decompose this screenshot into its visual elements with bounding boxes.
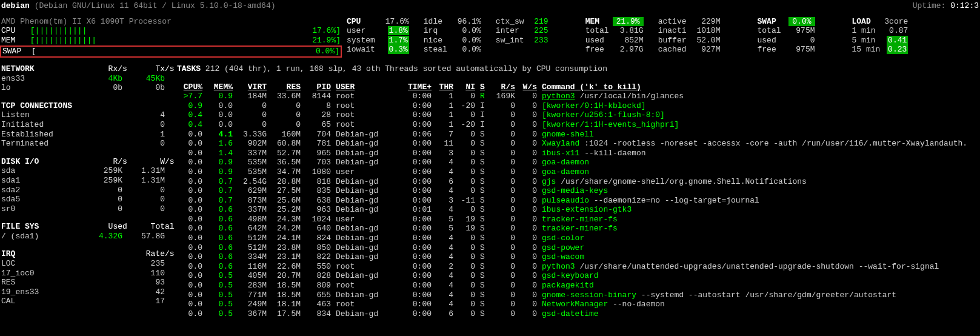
list-item: sda1259K1.31M: [1, 176, 177, 186]
column-header[interactable]: TIME+: [402, 82, 436, 92]
stat-row: nice0.0%: [424, 36, 485, 45]
column-header[interactable]: THR: [436, 82, 458, 92]
stat-row: total975M: [757, 26, 818, 36]
stat-row: free975M: [757, 45, 818, 55]
column-header[interactable]: S: [480, 82, 492, 92]
table-row[interactable]: 0.00.5283M18.5M809root0:0040S00packageki…: [177, 281, 972, 291]
uptime-label: Uptime:: [913, 1, 946, 10]
tasks-header: TASKS TASKS 212 (404 thr), 1 run, 168 sl…: [177, 64, 972, 74]
list-item: Listen4: [1, 110, 177, 120]
network-tx-header: Tx/s: [132, 64, 175, 74]
list-item: Established1: [1, 130, 177, 139]
stat-row: 1 min0.87: [852, 26, 912, 36]
list-item: 17_ioc0110: [1, 269, 177, 278]
stat-row: user1.8%: [347, 26, 413, 36]
stat-row: used852M: [585, 36, 647, 45]
table-row[interactable]: 0.00.5249M18.1M463root0:0040S00NetworkMa…: [177, 300, 972, 309]
tcp-title: TCP CONNECTIONS: [1, 101, 72, 110]
stat-row: total3.81G: [585, 26, 647, 36]
fs-total-header: Total: [132, 222, 175, 232]
list-item: ens334Kb45Kb: [1, 74, 177, 84]
table-row[interactable]: 0.00.72.54G28.8M818Debian-gd0:0060S00gjs…: [177, 177, 972, 187]
stat-row: ctx_sw219: [496, 17, 552, 27]
table-row[interactable]: 0.00.9535M36.5M703Debian-gd0:0040S00goa-…: [177, 158, 972, 167]
column-header[interactable]: W/s: [520, 82, 542, 92]
column-header[interactable]: PID: [305, 82, 336, 92]
list-item: Initiated0: [1, 120, 177, 130]
table-row[interactable]: 0.00.7629M27.5M835Debian-gd0:0040S00gsd-…: [177, 186, 972, 196]
top-stats: AMD Phenom(tm) II X6 1090T Processor CPU…: [1, 17, 979, 58]
column-header[interactable]: R/s: [492, 82, 520, 92]
fs-title: FILE SYS: [1, 222, 80, 232]
column-header[interactable]: NI: [458, 82, 480, 92]
column-header[interactable]: Command ('k' to kill): [542, 82, 972, 92]
stat-row: sw_int233: [496, 36, 552, 45]
table-row[interactable]: 0.04.13.33G160M704Debian-gd0:0670S00gnom…: [177, 130, 972, 139]
irq-title: IRQ: [1, 249, 80, 259]
tasks-table: CPU%MEM%VIRTRESPIDUSERTIME+THRNISR/sW/sC…: [177, 82, 972, 319]
header-bar: debian (Debian GNU/Linux 11 64bit / Linu…: [1, 1, 979, 11]
mem-bar-row: MEM [||||||||||||| 21.9%]: [1, 36, 341, 45]
network-title: NETWORK: [1, 64, 80, 74]
list-item: sda200: [1, 186, 177, 195]
table-row[interactable]: 0.00.6498M24.3M1024user0:00519S00tracker…: [177, 215, 972, 224]
cpu-block2: idle96.1%irq0.0%nice0.0%steal0.0%: [424, 17, 485, 55]
mem-block2: active229Minacti1018Mbuffer52.0Mcached92…: [658, 17, 724, 55]
table-row[interactable]: 0.01.6902M60.8M781Debian-gd0:00110S00Xwa…: [177, 139, 972, 149]
os-info: (Debian GNU/Linux 11 64bit / Linux 5.10.…: [35, 1, 276, 10]
list-item: lo0b0b: [1, 83, 177, 93]
network-rx-header: Rx/s: [85, 64, 127, 74]
table-row[interactable]: 0.00.6334M23.1M822Debian-gd0:0040S00gsd-…: [177, 252, 972, 262]
column-header[interactable]: USER: [336, 82, 402, 92]
cpu-block: CPU17.6% user1.8%system1.7%iowait0.3%: [347, 17, 413, 55]
mem-total-badge: 21.9%: [613, 17, 644, 26]
swap-total-badge: 0.0%: [788, 17, 815, 26]
hostname: debian: [1, 1, 30, 10]
table-row[interactable]: 0.40.00065root0:001-20I00[kworker/1:1H-e…: [177, 120, 972, 130]
stat-row: iowait0.3%: [347, 45, 413, 55]
list-item: RES93: [1, 278, 177, 287]
column-header[interactable]: VIRT: [238, 82, 272, 92]
column-header[interactable]: RES: [272, 82, 305, 92]
table-row[interactable]: 0.90.0008root0:001-20I00[kworker/0:1H-kb…: [177, 101, 972, 111]
table-row[interactable]: 0.00.5771M18.5M655Debian-gd0:0040S00gnom…: [177, 291, 972, 300]
table-row[interactable]: 0.00.6642M24.2M640Debian-gd0:00519S00tra…: [177, 224, 972, 234]
stat-row: cached927M: [658, 45, 724, 55]
table-row[interactable]: 0.00.5367M17.5M834Debian-gd0:0060S00gsd-…: [177, 309, 972, 319]
cpu-model: AMD Phenom(tm) II X6 1090T Processor: [1, 17, 341, 27]
stat-row: used0: [757, 36, 818, 45]
stat-row: inacti1018M: [658, 26, 724, 36]
cpu-block3: ctx_sw219inter225sw_int233: [496, 17, 552, 45]
table-row[interactable]: 0.00.7873M25.6M638Debian-gd0:003-11S00pu…: [177, 196, 972, 206]
swap-block: SWAP0.0% total975Mused0free975M: [757, 17, 818, 55]
column-header[interactable]: MEM%: [207, 82, 238, 92]
table-row[interactable]: 0.01.4337M52.7M965Debian-gd0:0030S00ibus…: [177, 149, 972, 158]
stat-row: inter225: [496, 26, 552, 36]
list-item: sda500: [1, 195, 177, 204]
table-row[interactable]: 0.00.5405M20.7M828Debian-gd0:0040S00gsd-…: [177, 271, 972, 281]
cpu-bar-row: CPU [||||||||||| 17.6%]: [1, 26, 341, 36]
stat-row: idle96.1%: [424, 17, 485, 27]
list-item: sr000: [1, 204, 177, 214]
list-item: LOC235: [1, 259, 177, 269]
swap-bar-row[interactable]: SWAP [ 0.0%]: [0, 45, 342, 58]
table-row[interactable]: 0.00.6337M25.2M963Debian-gd0:0140S00ibus…: [177, 205, 972, 215]
disk-title: DISK I/O: [1, 157, 80, 167]
list-item: / (sda1)4.32G57.8G: [1, 232, 177, 241]
disk-r-header: R/s: [85, 157, 127, 167]
mem-block: MEM21.9% total3.81Gused852Mfree2.97G: [585, 17, 647, 55]
stat-row: 15 min0.23: [852, 45, 912, 55]
disk-w-header: W/s: [132, 157, 175, 167]
table-row[interactable]: 0.00.6512M23.8M850Debian-gd0:0040S00gsd-…: [177, 243, 972, 253]
list-item: CAL17: [1, 297, 177, 306]
list-item: Terminated0: [1, 139, 177, 149]
column-header[interactable]: CPU%: [177, 82, 207, 92]
list-item: sda259K1.31M: [1, 166, 177, 176]
table-row[interactable]: 0.00.9535M34.7M1080user0:0040S00goa-daem…: [177, 167, 972, 177]
table-row[interactable]: 0.40.00028root0:0010I00[kworker/u256:1-f…: [177, 110, 972, 120]
table-row[interactable]: 0.00.6116M22.6M550root0:0020S00python3 /…: [177, 262, 972, 272]
tasks-panel: TASKS TASKS 212 (404 thr), 1 run, 168 sl…: [177, 64, 972, 318]
stat-row: free2.97G: [585, 45, 647, 55]
table-row[interactable]: >7.70.9184M33.6M8144root0:0010R169K0pyth…: [177, 92, 972, 101]
table-row[interactable]: 0.00.6512M24.1M824Debian-gd0:0040S00gsd-…: [177, 234, 972, 243]
